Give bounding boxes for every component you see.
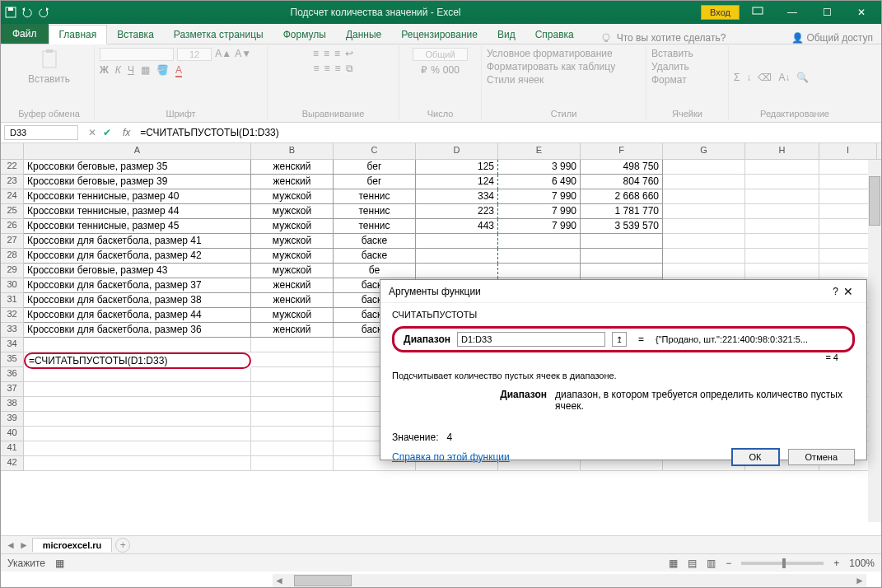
- cell[interactable]: мужской: [251, 204, 334, 219]
- cell[interactable]: женский: [251, 175, 334, 189]
- cell[interactable]: мужской: [251, 308, 334, 323]
- cell[interactable]: [745, 204, 819, 219]
- cell[interactable]: 443: [416, 219, 498, 234]
- row-header[interactable]: 35: [1, 352, 24, 367]
- cell[interactable]: 7 990: [498, 189, 581, 204]
- cell[interactable]: [251, 397, 334, 412]
- cell[interactable]: Кроссовки теннисные, размер 40: [24, 189, 251, 204]
- cell[interactable]: 2 668 660: [581, 189, 663, 204]
- cell[interactable]: [745, 160, 819, 175]
- comma-icon[interactable]: 000: [443, 64, 460, 76]
- tab-view[interactable]: Вид: [488, 26, 525, 44]
- cell[interactable]: мужской: [251, 189, 334, 204]
- bold-button[interactable]: Ж: [100, 64, 109, 77]
- cell[interactable]: бег: [334, 175, 416, 189]
- cell[interactable]: 124: [416, 175, 498, 189]
- cell[interactable]: [745, 175, 819, 189]
- sort-filter-icon[interactable]: A↓: [778, 72, 790, 83]
- cell[interactable]: [581, 264, 663, 278]
- tab-layout[interactable]: Разметка страницы: [164, 26, 273, 44]
- tab-help[interactable]: Справка: [525, 26, 584, 44]
- cell[interactable]: бе: [334, 264, 416, 278]
- clear-icon[interactable]: ⌫: [758, 72, 772, 83]
- cell[interactable]: 7 990: [498, 204, 581, 219]
- col-header[interactable]: F: [581, 143, 663, 159]
- cell[interactable]: теннис: [334, 219, 416, 234]
- cell[interactable]: [251, 412, 334, 427]
- cell[interactable]: [251, 441, 334, 456]
- align-top-icon[interactable]: ≡: [313, 48, 319, 59]
- zoom-out-icon[interactable]: −: [726, 558, 731, 569]
- border-icon[interactable]: ▦: [141, 64, 150, 77]
- cell[interactable]: [663, 249, 745, 264]
- cell[interactable]: [581, 234, 663, 249]
- help-link[interactable]: Справка по этой функции: [392, 451, 510, 463]
- delete-cells-button[interactable]: Удалить: [651, 61, 689, 72]
- zoom-in-icon[interactable]: +: [833, 558, 839, 569]
- name-box[interactable]: [4, 125, 78, 140]
- row-header[interactable]: 34: [1, 338, 24, 352]
- dialog-help-icon[interactable]: ?: [833, 286, 838, 297]
- cell[interactable]: Кроссовки для баскетбола, размер 42: [24, 249, 251, 264]
- currency-icon[interactable]: ₽: [421, 64, 427, 76]
- cancel-formula-icon[interactable]: ✕: [88, 127, 96, 138]
- login-button[interactable]: Вход: [701, 5, 740, 20]
- cell[interactable]: мужской: [251, 234, 334, 249]
- cell[interactable]: Кроссовки для баскетбола, размер 44: [24, 308, 251, 323]
- cell[interactable]: 223: [416, 204, 498, 219]
- redo-icon[interactable]: [37, 6, 50, 19]
- autosum-icon[interactable]: Σ: [734, 72, 740, 83]
- cell[interactable]: женский: [251, 323, 334, 338]
- format-table-button[interactable]: Форматировать как таблицу: [487, 61, 615, 72]
- cell[interactable]: Кроссовки беговые, размер 35: [24, 160, 251, 175]
- col-header[interactable]: A: [24, 143, 251, 159]
- wrap-text-icon[interactable]: ↩: [345, 48, 353, 59]
- cell[interactable]: [251, 382, 334, 397]
- row-header[interactable]: 30: [1, 278, 24, 293]
- cell[interactable]: [581, 249, 663, 264]
- sheet-prev-icon[interactable]: ◄: [6, 539, 16, 551]
- col-header[interactable]: I: [819, 143, 877, 159]
- cell[interactable]: Кроссовки теннисные, размер 44: [24, 204, 251, 219]
- save-icon[interactable]: [4, 6, 17, 19]
- cell[interactable]: теннис: [334, 189, 416, 204]
- cell[interactable]: [24, 338, 251, 352]
- cell[interactable]: [24, 456, 251, 471]
- zoom-level[interactable]: 100%: [849, 558, 875, 569]
- cell[interactable]: Кроссовки для баскетбола, размер 41: [24, 234, 251, 249]
- row-header[interactable]: 37: [1, 382, 24, 397]
- view-break-icon[interactable]: ▥: [707, 558, 716, 569]
- cell[interactable]: [416, 249, 498, 264]
- cell[interactable]: [663, 219, 745, 234]
- decrease-font-icon[interactable]: A▼: [235, 48, 251, 61]
- vertical-scrollbar[interactable]: [868, 160, 881, 522]
- view-normal-icon[interactable]: ▦: [669, 558, 678, 569]
- number-format-select[interactable]: Общий: [413, 48, 467, 61]
- cell-styles-button[interactable]: Стили ячеек: [487, 74, 544, 86]
- maximize-icon[interactable]: ☐: [810, 2, 843, 22]
- font-family-select[interactable]: [100, 48, 174, 61]
- add-sheet-icon[interactable]: +: [115, 538, 130, 553]
- cell[interactable]: женский: [251, 278, 334, 293]
- cell[interactable]: Кроссовки беговые, размер 43: [24, 264, 251, 278]
- row-header[interactable]: 23: [1, 175, 24, 189]
- increase-font-icon[interactable]: A▲: [215, 48, 231, 61]
- underline-button[interactable]: Ч: [128, 64, 134, 77]
- row-header[interactable]: 31: [1, 293, 24, 308]
- cell[interactable]: [24, 367, 251, 382]
- cell[interactable]: [663, 189, 745, 204]
- row-header[interactable]: 26: [1, 219, 24, 234]
- cell[interactable]: [745, 189, 819, 204]
- cell[interactable]: Кроссовки для баскетбола, размер 38: [24, 293, 251, 308]
- cell[interactable]: [663, 160, 745, 175]
- tab-insert[interactable]: Вставка: [107, 26, 164, 44]
- paste-button[interactable]: Вставить: [28, 48, 70, 85]
- cell[interactable]: 7 990: [498, 219, 581, 234]
- cell[interactable]: 1 781 770: [581, 204, 663, 219]
- fill-icon[interactable]: ↓: [746, 72, 751, 83]
- sheet-tab[interactable]: microexcel.ru: [32, 538, 113, 552]
- font-size-select[interactable]: 12: [177, 48, 212, 61]
- argument-input[interactable]: [457, 332, 605, 347]
- fx-icon[interactable]: fx: [118, 127, 135, 138]
- horizontal-scrollbar[interactable]: ◄►: [273, 574, 866, 587]
